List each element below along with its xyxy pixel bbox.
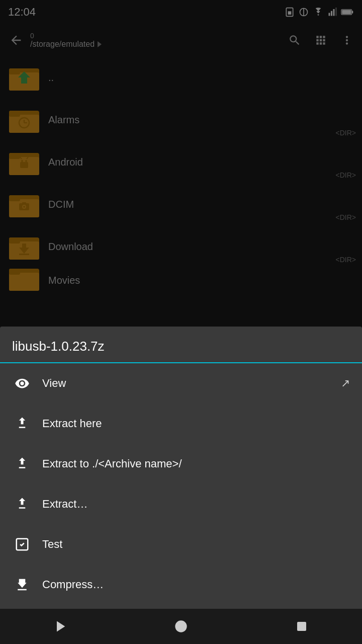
menu-item-view[interactable]: View ↗ — [0, 363, 362, 404]
svg-point-46 — [175, 620, 187, 632]
extract-ellipsis-icon — [12, 494, 32, 514]
test-icon — [12, 534, 32, 554]
external-link-icon: ↗ — [341, 377, 350, 390]
eye-icon — [12, 373, 32, 393]
menu-item-compress[interactable]: Compress… — [0, 565, 362, 605]
menu-item-test[interactable]: Test — [0, 524, 362, 565]
menu-label: Extract to ./<Archive name>/ — [42, 457, 350, 470]
menu-label: Extract here — [42, 417, 350, 430]
svg-marker-45 — [57, 621, 65, 632]
menu-item-extract-here[interactable]: Extract here — [0, 404, 362, 444]
context-menu-sheet: libusb-1.0.23.7z View ↗ Extract here Ext… — [0, 327, 362, 609]
navigation-bar — [0, 609, 362, 644]
nav-home-button[interactable] — [161, 611, 201, 641]
menu-item-extract-ellipsis[interactable]: Extract… — [0, 484, 362, 524]
menu-label: Compress… — [42, 578, 350, 591]
nav-recent-button[interactable] — [282, 611, 322, 641]
menu-item-extract-to[interactable]: Extract to ./<Archive name>/ — [0, 444, 362, 484]
compress-icon — [12, 575, 32, 595]
svg-rect-47 — [297, 622, 306, 631]
menu-label: View — [42, 377, 341, 390]
menu-label: Extract… — [42, 498, 350, 511]
extract-here-icon — [12, 414, 32, 434]
nav-back-button[interactable] — [40, 611, 80, 641]
menu-label: Test — [42, 538, 350, 551]
sheet-title: libusb-1.0.23.7z — [0, 327, 362, 363]
extract-to-icon — [12, 454, 32, 474]
